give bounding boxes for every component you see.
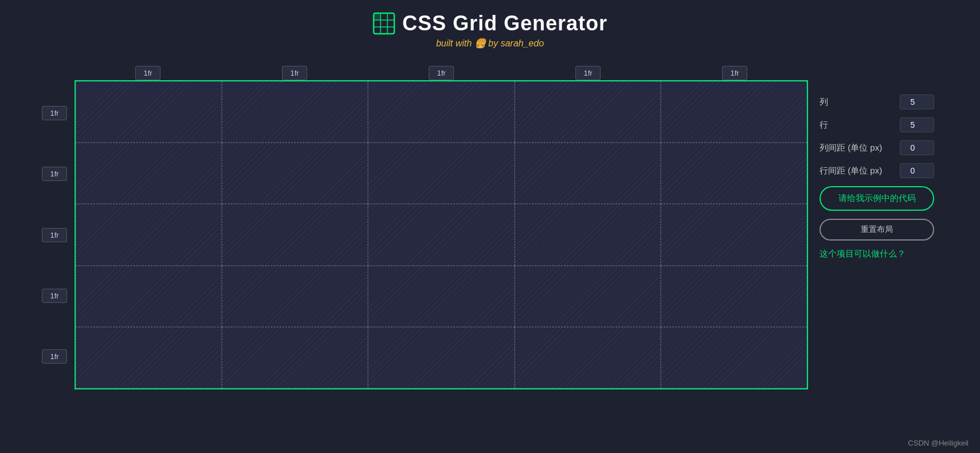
col-input[interactable] — [900, 94, 934, 109]
header-subtitle: built with 🍔 by sarah_edo — [436, 38, 544, 49]
subtitle-prefix: built with — [436, 38, 472, 48]
col-gap-input[interactable] — [900, 140, 934, 155]
grid-cell[interactable] — [76, 143, 222, 204]
row-label-4: 1fr — [42, 326, 67, 387]
row-badge-2: 1fr — [42, 228, 67, 242]
grid-cell[interactable] — [222, 327, 368, 388]
grid-cell[interactable] — [515, 266, 661, 327]
grid-cell[interactable] — [222, 204, 368, 265]
grid-cell[interactable] — [661, 143, 807, 204]
col-labels-row: 1fr 1fr 1fr 1fr 1fr — [75, 66, 808, 80]
grid-cell[interactable] — [76, 266, 222, 327]
main-content: 1fr 1fr 1fr 1fr 1fr — [0, 66, 980, 389]
col-label-0: 1fr — [76, 66, 220, 80]
what-link[interactable]: 这个项目可以做什么？ — [820, 249, 934, 259]
grid-icon — [373, 12, 395, 35]
grid-cell[interactable] — [368, 266, 514, 327]
subtitle-emoji: 🍔 — [475, 38, 488, 48]
subtitle-by: by sarah_edo — [488, 38, 544, 48]
col-label-2: 1fr — [369, 66, 513, 80]
get-code-button[interactable]: 请给我示例中的代码 — [820, 186, 934, 211]
grid-cell[interactable] — [222, 266, 368, 327]
row-labels-col: 1fr 1fr 1fr 1fr 1fr — [34, 80, 75, 389]
grid-cell[interactable] — [76, 204, 222, 265]
grid-cell[interactable] — [222, 143, 368, 204]
row-label-2: 1fr — [42, 204, 67, 265]
grid-cell[interactable] — [515, 327, 661, 388]
col-control-row: 列 — [820, 94, 934, 109]
grid-cell[interactable] — [515, 204, 661, 265]
grid-cell[interactable] — [76, 81, 222, 143]
row-label-3: 1fr — [42, 265, 67, 326]
row-control-row: 行 — [820, 117, 934, 132]
grid-cell[interactable] — [368, 81, 514, 143]
svg-rect-5 — [374, 14, 380, 19]
header: CSS Grid Generator built with 🍔 by sarah… — [373, 11, 607, 49]
controls-panel: 列 行 列间距 (单位 px) 行间距 (单位 px) 请给我示例中的代码 重置… — [808, 89, 946, 389]
grid-cell[interactable] — [661, 327, 807, 388]
row-label-0: 1fr — [42, 82, 67, 143]
grid-cell[interactable] — [661, 204, 807, 265]
row-gap-input[interactable] — [900, 163, 934, 178]
grid-cell[interactable] — [368, 327, 514, 388]
page-wrapper: CSS Grid Generator built with 🍔 by sarah… — [0, 0, 980, 389]
col-label-4: 1fr — [663, 66, 807, 80]
grid-cell[interactable] — [368, 143, 514, 204]
footer-text: CSDN @Heiligkeil — [908, 439, 969, 447]
col-badge-4: 1fr — [722, 66, 747, 80]
grid-cell[interactable] — [515, 143, 661, 204]
row-gap-control-row: 行间距 (单位 px) — [820, 163, 934, 178]
footer: CSDN @Heiligkeil — [908, 439, 969, 447]
col-label: 列 — [820, 97, 894, 108]
row-label: 行 — [820, 120, 894, 131]
grid-cell[interactable] — [368, 204, 514, 265]
col-gap-label: 列间距 (单位 px) — [820, 143, 894, 153]
css-grid[interactable] — [75, 80, 808, 389]
col-badge-1: 1fr — [282, 66, 307, 80]
row-badge-1: 1fr — [42, 167, 67, 181]
grid-area: 1fr 1fr 1fr 1fr 1fr — [34, 66, 808, 389]
row-badge-3: 1fr — [42, 289, 67, 303]
grid-body-row: 1fr 1fr 1fr 1fr 1fr — [34, 80, 808, 389]
row-label-1: 1fr — [42, 143, 67, 204]
row-input[interactable] — [900, 117, 934, 132]
header-title-row: CSS Grid Generator — [373, 11, 607, 36]
row-gap-label: 行间距 (单位 px) — [820, 166, 894, 176]
col-label-1: 1fr — [222, 66, 367, 80]
page-title: CSS Grid Generator — [402, 11, 607, 36]
col-badge-3: 1fr — [575, 66, 601, 80]
grid-cell[interactable] — [515, 81, 661, 143]
row-badge-4: 1fr — [42, 349, 67, 364]
grid-cell[interactable] — [76, 327, 222, 388]
col-badge-0: 1fr — [135, 66, 160, 80]
grid-cell[interactable] — [661, 81, 807, 143]
col-label-3: 1fr — [516, 66, 660, 80]
reset-button[interactable]: 重置布局 — [820, 219, 934, 241]
col-badge-2: 1fr — [429, 66, 454, 80]
row-badge-0: 1fr — [42, 106, 67, 120]
grid-cell[interactable] — [222, 81, 368, 143]
grid-cell[interactable] — [661, 266, 807, 327]
col-gap-control-row: 列间距 (单位 px) — [820, 140, 934, 155]
